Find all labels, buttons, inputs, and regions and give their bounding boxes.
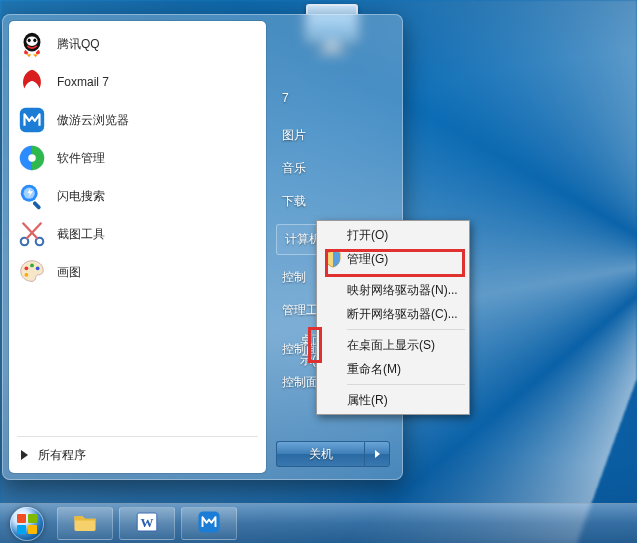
ctx-separator — [347, 329, 465, 330]
taskbar: W — [0, 503, 637, 543]
word-icon: W — [134, 509, 160, 538]
ctx-label: 打开(O) — [347, 227, 388, 244]
svg-point-16 — [25, 273, 29, 277]
qq-icon — [17, 29, 47, 59]
software-manager-icon — [17, 143, 47, 173]
program-list: 腾讯QQ Foxmail 7 傲游云浏览器 软件管理 — [11, 25, 264, 432]
right-link-label: 7 — [282, 91, 289, 105]
ctx-label: 属性(R) — [347, 392, 388, 409]
program-screenshot-tool[interactable]: 截图工具 — [11, 215, 264, 253]
program-label: 截图工具 — [57, 226, 105, 243]
ctx-label: 断开网络驱动器(C)... — [347, 306, 458, 323]
program-label: 画图 — [57, 264, 81, 281]
svg-point-14 — [30, 264, 34, 268]
start-button[interactable] — [4, 506, 50, 541]
taskbar-word[interactable]: W — [119, 507, 175, 540]
program-maxthon[interactable]: 傲游云浏览器 — [11, 101, 264, 139]
program-label: 傲游云浏览器 — [57, 112, 129, 129]
right-link-seven[interactable]: 7 — [276, 83, 390, 113]
start-menu-left-pane: 腾讯QQ Foxmail 7 傲游云浏览器 软件管理 — [9, 21, 266, 473]
svg-point-7 — [28, 154, 36, 162]
ctx-show-on-desktop[interactable]: 在桌面上显示(S) — [319, 333, 467, 357]
program-label: 闪电搜索 — [57, 188, 105, 205]
right-link-pictures[interactable]: 图片 — [276, 119, 390, 152]
lightning-search-icon — [17, 181, 47, 211]
foxmail-icon — [17, 67, 47, 97]
right-link-label: 控制 — [282, 270, 306, 284]
ctx-properties[interactable]: 属性(R) — [319, 388, 467, 412]
shutdown-button[interactable]: 关机 — [276, 441, 364, 467]
taskbar-maxthon[interactable] — [181, 507, 237, 540]
ctx-label: 重命名(M) — [347, 361, 401, 378]
windows-flag-icon — [17, 514, 37, 534]
svg-point-15 — [36, 266, 40, 270]
program-software-manager[interactable]: 软件管理 — [11, 139, 264, 177]
ctx-manage[interactable]: 管理(G) — [319, 247, 467, 271]
paint-icon — [17, 257, 47, 287]
right-link-label: 控制面 — [282, 375, 318, 389]
program-lightning-search[interactable]: 闪电搜索 — [11, 177, 264, 215]
svg-point-3 — [33, 38, 36, 42]
program-foxmail[interactable]: Foxmail 7 — [11, 63, 264, 101]
svg-rect-10 — [32, 201, 41, 210]
program-tencent-qq[interactable]: 腾讯QQ — [11, 25, 264, 63]
context-menu-computer: 打开(O) 管理(G) 映射网络驱动器(N)... 断开网络驱动器(C)... … — [316, 220, 470, 415]
right-link-label: 图片 — [282, 128, 306, 142]
ctx-label: 映射网络驱动器(N)... — [347, 282, 458, 299]
chevron-right-icon — [375, 450, 380, 458]
svg-text:W: W — [141, 515, 154, 530]
all-programs[interactable]: 所有程序 — [11, 441, 264, 469]
svg-point-4 — [31, 82, 34, 85]
ctx-separator — [347, 274, 465, 275]
right-link-downloads[interactable]: 下载 — [276, 185, 390, 218]
right-link-music[interactable]: 音乐 — [276, 152, 390, 185]
right-link-label: 音乐 — [282, 161, 306, 175]
program-label: 软件管理 — [57, 150, 105, 167]
right-link-label: 下载 — [282, 194, 306, 208]
folder-icon — [72, 509, 98, 538]
ctx-disconnect-drive[interactable]: 断开网络驱动器(C)... — [319, 302, 467, 326]
svg-point-13 — [25, 266, 29, 270]
ctx-rename[interactable]: 重命名(M) — [319, 357, 467, 381]
ctx-open[interactable]: 打开(O) — [319, 223, 467, 247]
program-label: 腾讯QQ — [57, 36, 100, 53]
shutdown-options-button[interactable] — [364, 441, 390, 467]
shield-icon — [323, 249, 343, 269]
right-link-label: 管理工 — [282, 303, 318, 317]
ctx-map-drive[interactable]: 映射网络驱动器(N)... — [319, 278, 467, 302]
svg-point-2 — [28, 38, 31, 42]
program-label: Foxmail 7 — [57, 75, 109, 89]
divider — [17, 436, 258, 437]
ctx-separator — [347, 384, 465, 385]
maxthon-icon — [17, 105, 47, 135]
taskbar-explorer[interactable] — [57, 507, 113, 540]
scissor-icon — [17, 219, 47, 249]
all-programs-label: 所有程序 — [38, 447, 86, 464]
windows-orb-icon — [10, 507, 44, 541]
program-paint[interactable]: 画图 — [11, 253, 264, 291]
shutdown-label: 关机 — [309, 446, 333, 463]
ctx-label: 管理(G) — [347, 251, 388, 268]
maxthon-icon — [196, 509, 222, 538]
shutdown-row: 关机 — [276, 441, 390, 467]
ctx-label: 在桌面上显示(S) — [347, 337, 435, 354]
arrow-right-icon — [21, 450, 28, 460]
